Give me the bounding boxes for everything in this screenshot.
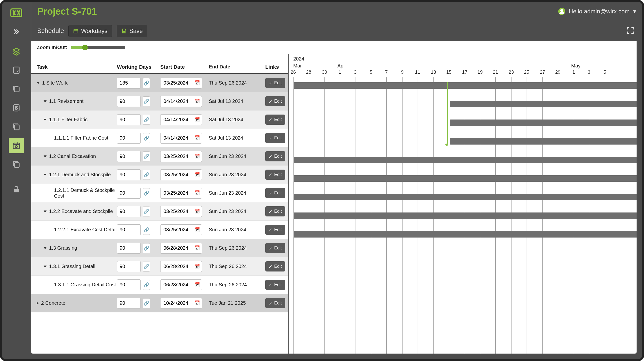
start-date-input[interactable] <box>160 279 202 290</box>
sidebar-expand[interactable] <box>10 26 22 38</box>
start-date-input[interactable] <box>160 298 202 309</box>
edit-button[interactable]: Edit <box>265 96 285 106</box>
link-icon[interactable]: 🔗 <box>143 152 150 161</box>
link-icon[interactable]: 🔗 <box>143 280 150 290</box>
gantt-bar[interactable] <box>450 101 636 107</box>
working-days-input[interactable] <box>117 169 141 180</box>
working-days-input[interactable] <box>117 133 141 144</box>
nav-copy2[interactable] <box>9 157 24 172</box>
edit-button[interactable]: Edit <box>265 151 285 161</box>
working-days-input[interactable] <box>117 298 141 309</box>
start-date-input[interactable] <box>160 133 202 144</box>
edit-button[interactable]: Edit <box>265 206 285 216</box>
link-icon[interactable]: 🔗 <box>143 97 150 106</box>
gantt-bar[interactable] <box>294 194 636 200</box>
expand-caret[interactable] <box>44 247 46 249</box>
end-date: Sat Jul 13 2024 <box>209 117 265 123</box>
gantt-bar[interactable] <box>294 212 636 219</box>
gantt-day: 3 <box>584 70 594 75</box>
user-menu-caret[interactable]: ▾ <box>633 8 636 15</box>
expand-caret[interactable] <box>44 119 46 121</box>
task-name: 1.2 Canal Excavation <box>49 153 96 159</box>
nav-lock[interactable] <box>9 181 24 197</box>
start-date-input[interactable] <box>160 206 202 217</box>
expand-caret[interactable] <box>44 155 46 157</box>
gantt-bar[interactable] <box>294 157 636 163</box>
expand-caret[interactable] <box>44 100 46 102</box>
gantt-bar[interactable] <box>294 231 636 237</box>
link-icon[interactable]: 🔗 <box>143 225 150 235</box>
link-icon[interactable]: 🔗 <box>143 298 150 308</box>
gantt-month: Mar <box>293 63 302 69</box>
edit-button[interactable]: Edit <box>265 280 285 290</box>
zoom-thumb[interactable] <box>82 45 88 50</box>
working-days-input[interactable] <box>117 279 141 290</box>
gantt-bar[interactable] <box>450 120 636 126</box>
task-name: 1.1.1.1 Filter Fabric Cost <box>54 135 108 141</box>
start-date-input[interactable] <box>160 224 202 235</box>
gantt-day: 26 <box>289 70 298 75</box>
gantt-bar[interactable] <box>450 138 636 145</box>
zoom-slider[interactable] <box>71 46 125 49</box>
nav-schedule[interactable] <box>9 138 24 153</box>
link-icon[interactable]: 🔗 <box>143 78 150 88</box>
link-icon[interactable]: 🔗 <box>143 243 150 253</box>
edit-button[interactable]: Edit <box>265 188 285 198</box>
edit-button[interactable]: Edit <box>265 225 285 235</box>
nav-cost[interactable]: S <box>9 100 24 116</box>
working-days-input[interactable] <box>117 188 141 199</box>
expand-caret[interactable] <box>44 265 46 267</box>
expand-caret[interactable] <box>37 302 39 305</box>
start-date-input[interactable] <box>160 243 202 254</box>
edit-button[interactable]: Edit <box>265 78 285 88</box>
table-header: Task Working Days Start Date End Date Li… <box>31 54 288 74</box>
nav-note[interactable] <box>9 63 24 78</box>
start-date-input[interactable] <box>160 96 202 107</box>
task-name: 2 Concrete <box>41 300 66 306</box>
workdays-button[interactable]: Workdays <box>68 25 112 37</box>
end-date: Sat Jul 13 2024 <box>209 135 265 141</box>
gantt-day: 30 <box>320 70 330 75</box>
working-days-input[interactable] <box>117 78 141 89</box>
svg-rect-9 <box>14 189 19 192</box>
gantt-day: 21 <box>490 70 500 75</box>
working-days-input[interactable] <box>117 206 141 217</box>
working-days-input[interactable] <box>117 261 141 272</box>
edit-button[interactable]: Edit <box>265 243 285 253</box>
edit-button[interactable]: Edit <box>265 298 285 308</box>
start-date-input[interactable] <box>160 169 202 180</box>
link-icon[interactable]: 🔗 <box>143 115 150 125</box>
edit-button[interactable]: Edit <box>265 261 285 271</box>
working-days-input[interactable] <box>117 96 141 107</box>
link-icon[interactable]: 🔗 <box>143 133 150 143</box>
nav-copy[interactable] <box>9 119 24 134</box>
gantt-bar[interactable] <box>294 82 636 89</box>
start-date-input[interactable] <box>160 261 202 272</box>
nav-collection[interactable] <box>9 81 24 97</box>
edit-button[interactable]: Edit <box>265 133 285 143</box>
link-icon[interactable]: 🔗 <box>143 188 150 198</box>
working-days-input[interactable] <box>117 151 141 162</box>
link-icon[interactable]: 🔗 <box>143 262 150 271</box>
start-date-input[interactable] <box>160 114 202 125</box>
start-date-input[interactable] <box>160 151 202 162</box>
start-date-input[interactable] <box>160 78 202 89</box>
link-icon[interactable]: 🔗 <box>143 170 150 180</box>
start-date-input[interactable] <box>160 188 202 199</box>
edit-button[interactable]: Edit <box>265 115 285 125</box>
gantt-bar[interactable] <box>294 175 636 182</box>
nav-layers[interactable] <box>9 44 24 59</box>
expand-caret[interactable] <box>44 174 46 176</box>
edit-button[interactable]: Edit <box>265 170 285 180</box>
calendar-icon <box>73 28 78 34</box>
working-days-input[interactable] <box>117 224 141 235</box>
save-button[interactable]: Save <box>117 25 148 37</box>
fullscreen-button[interactable] <box>625 25 636 37</box>
expand-caret[interactable] <box>37 82 40 84</box>
svg-rect-2 <box>14 87 19 92</box>
end-date: Thu Sep 26 2024 <box>209 282 265 288</box>
working-days-input[interactable] <box>117 114 141 125</box>
working-days-input[interactable] <box>117 243 141 254</box>
link-icon[interactable]: 🔗 <box>143 207 150 216</box>
expand-caret[interactable] <box>44 210 46 212</box>
